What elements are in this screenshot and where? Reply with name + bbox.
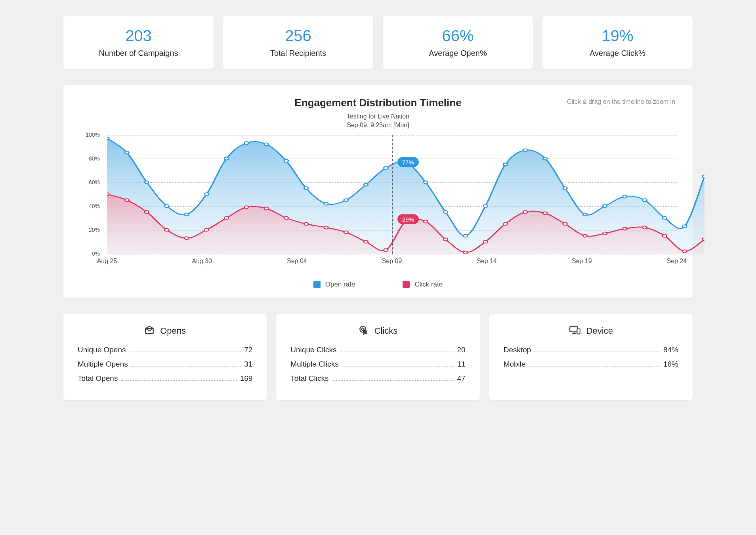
svg-point-21 bbox=[523, 149, 527, 151]
stat-label: Average Open% bbox=[391, 49, 525, 58]
svg-point-3 bbox=[165, 204, 169, 207]
metric-value: 31 bbox=[244, 360, 252, 369]
svg-point-12 bbox=[344, 199, 348, 201]
y-tick: 60% bbox=[89, 179, 100, 185]
svg-point-41 bbox=[304, 222, 308, 225]
metric-value: 20 bbox=[457, 346, 466, 354]
svg-point-56 bbox=[603, 232, 607, 235]
cursor-click-icon bbox=[359, 325, 369, 337]
legend-item-open[interactable]: Open rate bbox=[313, 281, 355, 289]
metric-label: Total Clicks bbox=[290, 374, 328, 383]
devices-icon bbox=[569, 325, 581, 337]
metric-row: Unique Opens72 bbox=[78, 346, 252, 354]
metric-dots bbox=[121, 380, 237, 381]
chart-plot[interactable] bbox=[107, 135, 704, 254]
metric-row: Desktop84% bbox=[504, 346, 678, 354]
detail-title: Device bbox=[586, 326, 613, 336]
y-tick: 100% bbox=[86, 132, 100, 138]
detail-title: Opens bbox=[160, 326, 186, 336]
detail-card-opens: Opens Unique Opens72Multiple Opens31Tota… bbox=[63, 314, 267, 400]
svg-point-5 bbox=[204, 193, 209, 195]
stat-value: 256 bbox=[231, 27, 365, 45]
svg-point-0 bbox=[107, 137, 109, 139]
svg-point-30 bbox=[703, 175, 704, 178]
y-tick: 80% bbox=[89, 155, 100, 162]
stat-card-open-rate: 66% Average Open% bbox=[383, 16, 533, 69]
stat-value: 66% bbox=[391, 27, 525, 45]
svg-point-48 bbox=[443, 238, 448, 241]
highlight-badge-open: 77% bbox=[397, 157, 419, 167]
svg-point-14 bbox=[384, 166, 388, 169]
metric-label: Mobile bbox=[504, 360, 526, 369]
svg-point-42 bbox=[324, 226, 328, 229]
y-axis-ticks: 0%20%40%60%80%100% bbox=[79, 135, 103, 254]
svg-point-47 bbox=[424, 220, 428, 223]
x-tick: Sep 24 bbox=[667, 258, 687, 265]
detail-head: Device bbox=[504, 325, 678, 337]
svg-point-39 bbox=[264, 207, 269, 210]
stat-row: 203 Number of Campaigns 256 Total Recipi… bbox=[63, 16, 693, 69]
metric-dots bbox=[129, 352, 241, 352]
stat-label: Average Click% bbox=[550, 49, 685, 58]
metric-label: Unique Opens bbox=[78, 346, 126, 354]
envelope-icon bbox=[144, 325, 155, 337]
x-tick: Sep 19 bbox=[572, 258, 592, 265]
svg-point-28 bbox=[662, 216, 667, 219]
metric-dots bbox=[332, 380, 454, 381]
metric-row: Unique Clicks20 bbox=[290, 346, 465, 354]
x-tick: Sep 14 bbox=[477, 258, 497, 265]
svg-point-60 bbox=[682, 250, 687, 252]
svg-point-1 bbox=[125, 151, 129, 154]
svg-point-10 bbox=[304, 187, 308, 189]
metric-label: Desktop bbox=[504, 346, 531, 354]
highlight-line bbox=[392, 135, 393, 254]
metric-label: Total Opens bbox=[78, 374, 118, 383]
metric-row: Mobile16% bbox=[504, 360, 678, 369]
svg-rect-68 bbox=[577, 329, 580, 334]
stat-label: Total Recipients bbox=[231, 49, 365, 58]
svg-rect-67 bbox=[570, 327, 577, 332]
svg-point-33 bbox=[145, 210, 149, 213]
legend-label: Open rate bbox=[325, 281, 355, 289]
svg-point-36 bbox=[204, 228, 209, 231]
metric-value: 16% bbox=[663, 360, 678, 369]
svg-point-24 bbox=[583, 213, 587, 216]
svg-point-13 bbox=[364, 183, 368, 186]
x-tick: Aug 25 bbox=[97, 258, 117, 265]
svg-point-32 bbox=[125, 199, 129, 201]
detail-head: Clicks bbox=[290, 325, 465, 337]
x-tick: Sep 09 bbox=[382, 258, 402, 265]
metric-label: Multiple Clicks bbox=[290, 360, 338, 369]
svg-point-35 bbox=[185, 237, 189, 239]
svg-point-18 bbox=[464, 234, 468, 237]
detail-card-device: Device Desktop84%Mobile16% bbox=[489, 314, 693, 400]
svg-point-17 bbox=[443, 210, 448, 213]
y-tick: 0% bbox=[92, 250, 100, 257]
stat-value: 203 bbox=[71, 27, 206, 45]
svg-point-50 bbox=[483, 240, 488, 243]
svg-point-4 bbox=[185, 213, 189, 216]
metric-dots bbox=[534, 352, 660, 352]
metric-value: 169 bbox=[240, 374, 253, 383]
chart-area[interactable]: 0%20%40%60%80%100% Aug 25Aug 30Sep 04Sep… bbox=[79, 135, 677, 269]
svg-point-2 bbox=[145, 181, 149, 183]
metric-label: Unique Clicks bbox=[290, 346, 336, 354]
chart-hint: Click & drag on the timeline to zoom in bbox=[567, 98, 675, 105]
svg-point-54 bbox=[563, 222, 567, 225]
detail-head: Opens bbox=[78, 325, 252, 337]
svg-point-58 bbox=[643, 226, 647, 229]
svg-point-51 bbox=[503, 222, 508, 225]
y-tick: 20% bbox=[89, 227, 100, 233]
stat-card-recipients: 256 Total Recipients bbox=[223, 16, 373, 69]
svg-point-40 bbox=[284, 216, 288, 219]
legend-item-click[interactable]: Click rate bbox=[403, 281, 443, 289]
svg-point-7 bbox=[244, 141, 249, 144]
metric-row: Multiple Opens31 bbox=[78, 360, 252, 369]
tooltip-line-1: Testing for Live Nation bbox=[79, 112, 677, 121]
svg-point-27 bbox=[643, 199, 647, 201]
metric-row: Total Clicks47 bbox=[290, 374, 465, 383]
svg-point-61 bbox=[703, 238, 704, 241]
metric-value: 11 bbox=[457, 360, 466, 369]
svg-point-59 bbox=[662, 234, 667, 237]
svg-point-37 bbox=[224, 216, 229, 219]
